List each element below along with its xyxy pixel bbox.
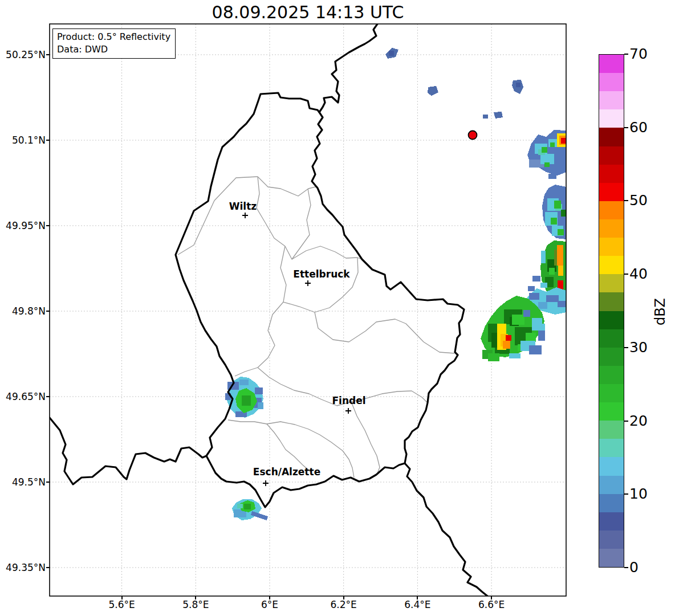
lon-tick-label: 6.2°E bbox=[318, 599, 369, 610]
luxembourg-border bbox=[176, 93, 464, 507]
colorbar-tick-label: 70 bbox=[629, 46, 648, 63]
colorbar-tick-mark bbox=[624, 54, 628, 55]
lat-tick-mark bbox=[46, 225, 50, 226]
radar-echo-north-small bbox=[385, 48, 523, 119]
colorbar-segment bbox=[599, 274, 624, 292]
city-label: Findel bbox=[332, 395, 365, 406]
colorbar-segment bbox=[599, 476, 624, 494]
colorbar-segment bbox=[599, 91, 624, 109]
colorbar-tick-label: 60 bbox=[629, 119, 648, 136]
colorbar-axis-label: dBZ bbox=[642, 293, 675, 330]
colorbar-segment bbox=[599, 165, 624, 183]
lat-tick-label: 49.65°N bbox=[0, 391, 46, 402]
colorbar-segment bbox=[599, 384, 624, 402]
lat-tick-mark bbox=[46, 482, 50, 483]
city-plus-icon bbox=[263, 480, 269, 486]
colorbar-segment bbox=[599, 329, 624, 348]
colorbar-tick-label: 50 bbox=[629, 192, 648, 209]
colorbar-segment bbox=[599, 292, 624, 311]
colorbar-segment bbox=[599, 512, 624, 531]
lon-tick-mark bbox=[195, 596, 196, 599]
colorbar-tick-mark bbox=[624, 274, 628, 275]
colorbar-segment bbox=[599, 183, 624, 201]
radar-map-screen: 08.09.2025 14:13 UTC Product: 0.5° Refle… bbox=[0, 0, 675, 616]
city-plus-icon bbox=[305, 280, 311, 286]
colorbar-segment bbox=[599, 402, 624, 421]
district-borders bbox=[178, 177, 454, 478]
colorbar-segment bbox=[599, 238, 624, 256]
lon-tick-label: 5.6°E bbox=[96, 599, 148, 610]
map-canvas bbox=[0, 0, 675, 616]
lat-tick-mark bbox=[46, 54, 50, 55]
colorbar-segment bbox=[599, 366, 624, 384]
colorbar-tick-label: 10 bbox=[629, 486, 648, 503]
lon-tick-mark bbox=[491, 596, 492, 599]
page-title: 08.09.2025 14:13 UTC bbox=[50, 2, 566, 22]
radar-echoes bbox=[225, 48, 566, 520]
colorbar-segment bbox=[599, 109, 624, 128]
colorbar-segment bbox=[599, 256, 624, 274]
lat-tick-label: 49.35°N bbox=[0, 562, 46, 573]
colorbar-segment bbox=[599, 128, 624, 146]
lon-tick-mark bbox=[121, 596, 123, 599]
product-info-line: Product: 0.5° Reflectivity bbox=[57, 31, 170, 43]
lat-tick-label: 49.5°N bbox=[0, 476, 46, 488]
colorbar-tick-mark bbox=[624, 127, 628, 128]
colorbar-segment bbox=[599, 55, 624, 73]
lat-tick-mark bbox=[46, 140, 50, 141]
colorbar-tick-mark bbox=[624, 567, 628, 568]
colorbar-segment bbox=[599, 457, 624, 475]
lat-tick-label: 49.95°N bbox=[0, 220, 46, 231]
belgium-germany-border bbox=[319, 24, 377, 112]
lon-tick-label: 6.6°E bbox=[466, 599, 517, 610]
colorbar-tick-mark bbox=[624, 347, 628, 348]
colorbar-segment bbox=[599, 549, 624, 567]
colorbar-segment bbox=[599, 146, 624, 165]
colorbar-segment bbox=[599, 219, 624, 238]
colorbar-tick-label: 30 bbox=[629, 339, 648, 356]
lon-tick-mark bbox=[343, 596, 344, 599]
colorbar-segment bbox=[599, 531, 624, 549]
colorbar-tick-mark bbox=[624, 493, 628, 495]
france-belgium-border bbox=[50, 418, 206, 484]
radar-echo-storm-cell bbox=[481, 287, 566, 361]
colorbar-segment bbox=[599, 494, 624, 512]
colorbar-segment bbox=[599, 201, 624, 219]
lon-tick-label: 5.8°E bbox=[170, 599, 221, 610]
colorbar-tick-mark bbox=[624, 421, 628, 422]
data-source-line: Data: DWD bbox=[57, 43, 170, 56]
lat-tick-label: 50.1°N bbox=[0, 134, 46, 146]
storm-dot-marker bbox=[469, 131, 477, 140]
product-info-box: Product: 0.5° Reflectivity Data: DWD bbox=[52, 28, 176, 59]
red-dot-icon bbox=[469, 131, 477, 140]
lon-tick-mark bbox=[269, 596, 270, 599]
lon-tick-mark bbox=[417, 596, 418, 599]
lon-tick-label: 6°E bbox=[244, 599, 295, 610]
lat-tick-mark bbox=[46, 311, 50, 312]
lat-tick-label: 50.25°N bbox=[0, 49, 46, 60]
colorbar-segment bbox=[599, 348, 624, 366]
colorbar-segment bbox=[599, 421, 624, 439]
colorbar-segment bbox=[599, 73, 624, 91]
radar-echo-east-b bbox=[542, 185, 566, 239]
colorbar-segment bbox=[599, 311, 624, 329]
colorbar-tick-label: 0 bbox=[629, 559, 639, 576]
colorbar-segment bbox=[599, 439, 624, 457]
lon-tick-label: 6.4°E bbox=[392, 599, 443, 610]
lat-tick-label: 49.8°N bbox=[0, 305, 46, 317]
france-germany-border bbox=[405, 463, 487, 596]
lat-tick-mark bbox=[46, 567, 50, 568]
radar-echo-east-a bbox=[527, 130, 566, 179]
country-borders bbox=[50, 24, 487, 596]
colorbar-tick-mark bbox=[624, 200, 628, 201]
lat-tick-mark bbox=[46, 396, 50, 397]
city-plus-icon bbox=[345, 408, 351, 414]
city-label: Esch/Alzette bbox=[253, 466, 320, 478]
reflectivity-colorbar bbox=[599, 54, 624, 568]
colorbar-tick-label: 40 bbox=[629, 266, 648, 283]
city-label: Ettelbruck bbox=[293, 268, 349, 280]
city-label: Wiltz bbox=[229, 201, 257, 212]
colorbar-tick-label: 20 bbox=[629, 413, 648, 430]
city-plus-icon bbox=[242, 213, 248, 218]
